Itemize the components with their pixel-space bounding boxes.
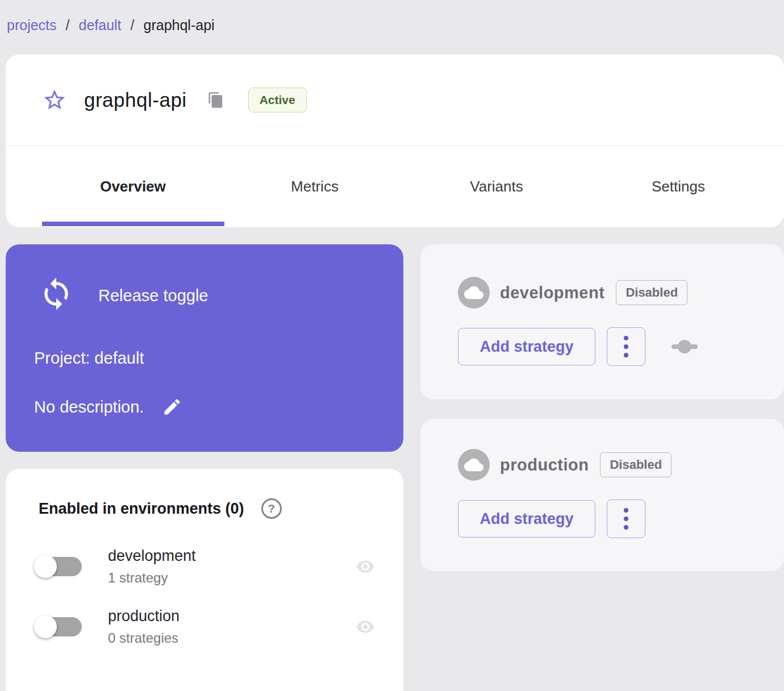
environment-name: production <box>108 607 180 625</box>
breadcrumb-separator: / <box>131 17 135 34</box>
enabled-environments-heading: Enabled in environments (0) <box>39 500 244 518</box>
edit-description-icon[interactable] <box>162 397 182 417</box>
release-toggle-icon <box>39 276 74 311</box>
development-toggle-switch[interactable] <box>34 552 82 581</box>
toggle-type-label: Release toggle <box>98 286 208 305</box>
tab-settings[interactable]: Settings <box>587 146 769 227</box>
tab-metrics[interactable]: Metrics <box>224 146 406 227</box>
project-feature-page: projects / default / graphql-api graphql… <box>0 0 784 691</box>
toggle-project-label: Project: default <box>34 349 144 368</box>
breadcrumb-separator: / <box>66 17 70 34</box>
panel-environment-name: development <box>500 284 604 302</box>
tab-variants[interactable]: Variants <box>406 146 587 227</box>
environment-status-badge: Disabled <box>616 280 687 305</box>
development-strategy-panel: development Disabled Add strategy <box>420 244 784 399</box>
feature-header-card: graphql-api Active Overview Metrics Vari… <box>6 55 784 227</box>
feature-title-row: graphql-api Active <box>6 55 784 146</box>
environment-name: development <box>108 547 196 565</box>
environment-strategy-count: 0 strategies <box>108 630 180 646</box>
tab-overview[interactable]: Overview <box>42 146 224 227</box>
visibility-eye-icon[interactable] <box>352 617 378 636</box>
production-strategy-panel: production Disabled Add strategy <box>420 419 784 571</box>
environment-strategy-count: 1 strategy <box>108 570 196 586</box>
cloud-environment-icon <box>458 277 490 309</box>
favorite-star-icon[interactable] <box>42 88 67 113</box>
add-strategy-button[interactable]: Add strategy <box>458 500 595 538</box>
breadcrumb-projects-link[interactable]: projects <box>7 17 57 34</box>
production-toggle-switch[interactable] <box>34 613 82 641</box>
environment-status-badge: Disabled <box>600 452 672 477</box>
kebab-menu-icon[interactable] <box>607 499 645 538</box>
visibility-eye-icon[interactable] <box>352 557 378 576</box>
breadcrumb: projects / default / graphql-api <box>7 17 215 34</box>
breadcrumb-current: graphql-api <box>144 17 215 34</box>
switch-thumb <box>34 555 57 578</box>
status-badge: Active <box>248 88 307 113</box>
add-strategy-button[interactable]: Add strategy <box>458 328 595 365</box>
environment-row-development: development 1 strategy <box>34 547 378 586</box>
environment-row-production: production 0 strategies <box>34 607 378 646</box>
kebab-menu-icon[interactable] <box>607 327 645 366</box>
switch-thumb <box>34 615 57 638</box>
feature-tabs: Overview Metrics Variants Settings <box>6 146 784 227</box>
cloud-environment-icon <box>458 449 490 481</box>
copy-name-icon[interactable] <box>207 90 224 110</box>
page-title: graphql-api <box>84 89 187 111</box>
toggle-description-label: No description. <box>34 398 144 417</box>
breadcrumb-default-link[interactable]: default <box>79 17 122 34</box>
strategy-slider-icon <box>672 339 698 354</box>
active-tab-indicator <box>42 222 224 226</box>
panel-environment-name: production <box>500 456 589 474</box>
help-icon[interactable]: ? <box>261 498 282 519</box>
enabled-environments-card: Enabled in environments (0) ? developmen… <box>6 469 403 691</box>
toggle-type-card: Release toggle Project: default No descr… <box>6 244 403 452</box>
